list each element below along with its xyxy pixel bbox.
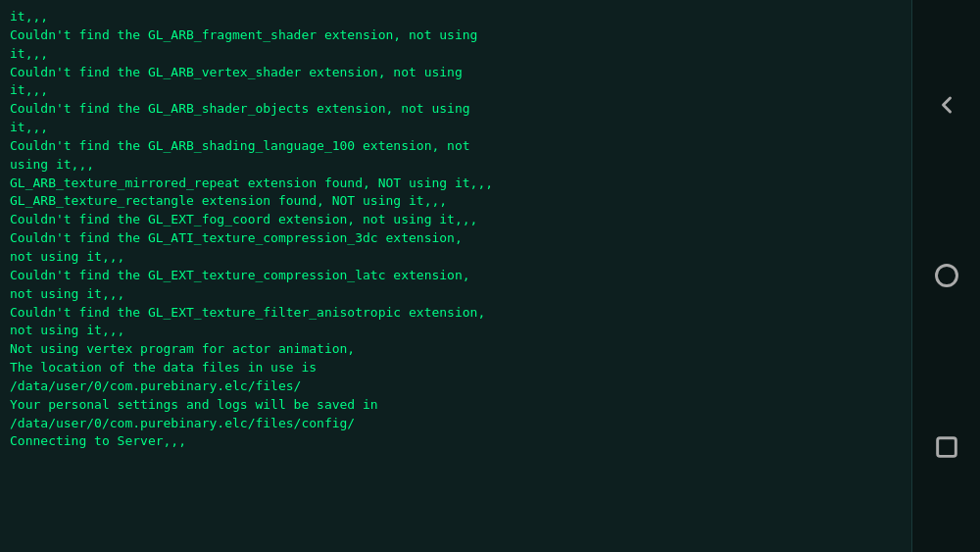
- home-button[interactable]: [925, 254, 968, 297]
- svg-rect-1: [937, 437, 956, 456]
- terminal-text: it,,, Couldn't find the GL_ARB_fragment_…: [10, 8, 902, 451]
- terminal-panel: it,,, Couldn't find the GL_ARB_fragment_…: [0, 0, 911, 552]
- back-button[interactable]: [925, 83, 968, 126]
- svg-point-0: [936, 266, 956, 286]
- navigation-sidebar: [911, 0, 980, 552]
- recents-button[interactable]: [925, 426, 968, 469]
